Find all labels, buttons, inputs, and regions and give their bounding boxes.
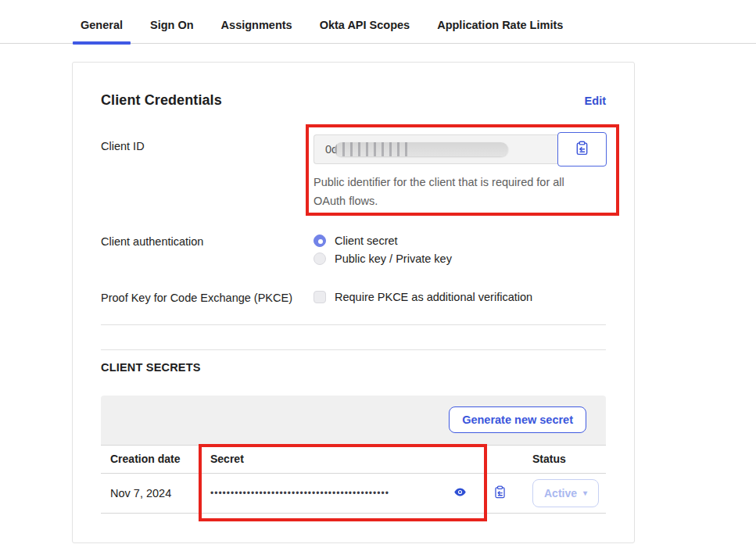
checkbox-unchecked-icon[interactable] — [314, 291, 326, 303]
tab-okta-api-scopes[interactable]: Okta API Scopes — [312, 19, 418, 43]
divider — [101, 349, 606, 350]
cell-secret: ••••••••••••••••••••••••••••••••••••••••… — [201, 485, 476, 501]
cell-creation-date: Nov 7, 2024 — [101, 487, 201, 500]
client-authentication-options: Client secret Public key / Private key — [314, 235, 452, 265]
tab-general[interactable]: General — [73, 19, 131, 43]
card-header: Client Credentials Edit — [101, 92, 606, 109]
cell-status: Active ▾ — [523, 479, 608, 507]
client-id-row: Client ID 0o — [101, 132, 606, 216]
tab-sign-on[interactable]: Sign On — [142, 19, 202, 43]
client-id-label: Client ID — [101, 132, 314, 152]
clipboard-copy-icon — [575, 141, 589, 158]
edit-link[interactable]: Edit — [585, 95, 606, 107]
chevron-down-icon: ▾ — [583, 489, 587, 497]
header-creation-date: Creation date — [101, 453, 201, 465]
radio-client-secret[interactable]: Client secret — [314, 235, 452, 247]
copy-client-id-button[interactable] — [557, 132, 607, 166]
divider — [101, 324, 606, 325]
radio-unselected-icon[interactable] — [314, 252, 326, 265]
client-credentials-card: Client Credentials Edit Client ID 0o — [72, 62, 635, 543]
table-toolbar: Generate new secret — [101, 396, 606, 445]
generate-new-secret-button[interactable]: Generate new secret — [449, 406, 586, 433]
radio-public-private-key-label: Public key / Private key — [335, 252, 452, 265]
clipboard-copy-icon — [493, 485, 507, 501]
status-dropdown-button[interactable]: Active ▾ — [532, 479, 599, 507]
radio-public-private-key[interactable]: Public key / Private key — [314, 252, 452, 265]
secret-masked-value: ••••••••••••••••••••••••••••••••••••••••… — [210, 488, 389, 499]
pkce-label: Proof Key for Code Exchange (PKCE) — [101, 291, 314, 304]
client-authentication-label: Client authentication — [101, 235, 314, 248]
page-title: Client Credentials — [101, 92, 222, 109]
reveal-secret-button[interactable] — [453, 485, 467, 501]
table-header-row: Creation date Secret Status — [101, 445, 606, 474]
radio-selected-icon[interactable] — [314, 235, 326, 247]
status-label: Active — [544, 487, 577, 500]
table-row: Nov 7, 2024 ••••••••••••••••••••••••••••… — [101, 474, 606, 514]
pkce-checkbox-label: Require PKCE as additional verification — [335, 291, 532, 303]
client-id-group: 0o — [314, 132, 607, 166]
header-secret: Secret — [201, 453, 476, 465]
radio-client-secret-label: Client secret — [335, 235, 398, 247]
client-id-field[interactable]: 0o — [314, 134, 557, 164]
client-id-help-text: Public identifier for the client that is… — [314, 174, 589, 211]
annotation-client-id: 0o Public identifier for t — [306, 124, 619, 216]
client-authentication-row: Client authentication Client secret Publ… — [101, 235, 606, 265]
copy-secret-button[interactable] — [493, 485, 507, 501]
redaction-smudge — [335, 142, 508, 156]
header-status: Status — [523, 453, 606, 465]
tab-bar: General Sign On Assignments Okta API Sco… — [0, 19, 756, 44]
tab-application-rate-limits[interactable]: Application Rate Limits — [429, 19, 571, 43]
pkce-checkbox-option[interactable]: Require PKCE as additional verification — [314, 291, 532, 303]
client-secrets-table: Generate new secret Creation date Secret… — [101, 396, 606, 514]
client-secrets-title: CLIENT SECRETS — [101, 361, 606, 374]
cell-copy — [476, 485, 523, 501]
pkce-row: Proof Key for Code Exchange (PKCE) Requi… — [101, 291, 606, 304]
eye-icon — [453, 485, 467, 501]
tab-assignments[interactable]: Assignments — [213, 19, 300, 43]
